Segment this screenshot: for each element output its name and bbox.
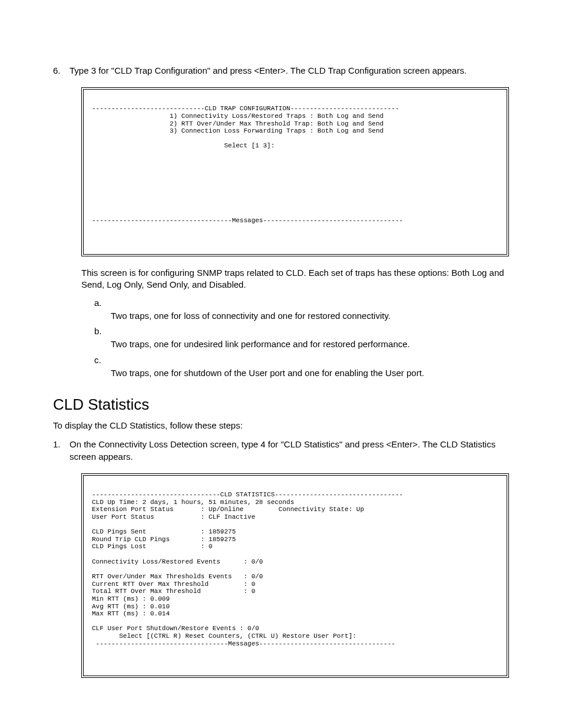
trap-sub-c-label: c. bbox=[94, 354, 509, 366]
heading-cld-statistics: CLD Statistics bbox=[53, 396, 509, 414]
terminal-cld-trap-config: -----------------------------CLD TRAP CO… bbox=[81, 87, 509, 256]
trap-sub-list: a. Two traps, one for loss of connectivi… bbox=[94, 297, 509, 380]
step-1b-number: 1. bbox=[53, 439, 70, 463]
step-6-text: Type 3 for "CLD Trap Configuration" and … bbox=[70, 65, 509, 77]
step-1b: 1. On the Connectivity Loss Detection sc… bbox=[53, 439, 509, 463]
trap-sub-a-desc: Two traps, one for loss of connectivity … bbox=[111, 310, 509, 322]
trap-sub-c-desc: Two traps, one for shutdown of the User … bbox=[111, 367, 509, 379]
trap-sub-a: a. Two traps, one for loss of connectivi… bbox=[94, 297, 509, 322]
step-6: 6. Type 3 for "CLD Trap Configuration" a… bbox=[53, 65, 509, 77]
trap-sub-a-label: a. bbox=[94, 297, 509, 309]
trap-sub-b: b. Two traps, one for undesired link per… bbox=[94, 325, 509, 351]
step-6-number: 6. bbox=[53, 65, 70, 77]
terminal-cld-statistics: ---------------------------------CLD STA… bbox=[81, 473, 509, 678]
step-1b-text: On the Connectivity Loss Detection scree… bbox=[70, 439, 509, 463]
trap-sub-b-desc: Two traps, one for undesired link perfor… bbox=[111, 338, 509, 350]
trap-sub-b-label: b. bbox=[94, 325, 509, 337]
trap-sub-c: c. Two traps, one for shutdown of the Us… bbox=[94, 354, 509, 380]
trap-config-description: This screen is for configuring SNMP trap… bbox=[81, 267, 509, 291]
cld-stats-intro: To display the CLD Statistics, follow th… bbox=[53, 420, 509, 431]
